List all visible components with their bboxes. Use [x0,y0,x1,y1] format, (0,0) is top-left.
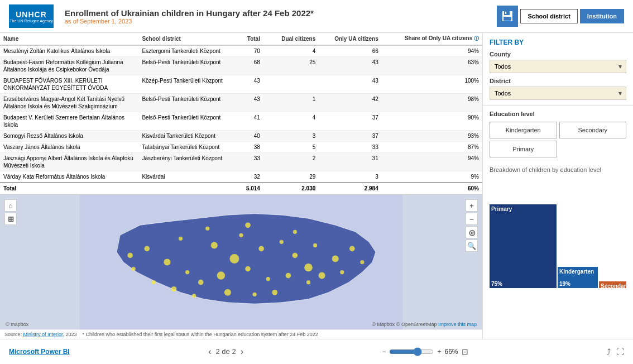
svg-point-8 [239,233,243,237]
share-button[interactable]: ⤴ [607,347,611,356]
svg-point-23 [319,272,325,279]
svg-point-32 [360,260,364,264]
svg-point-11 [292,253,298,258]
col-header-ua: Only UA citizens [319,33,381,45]
improve-map-link[interactable]: Improve this map [438,322,477,327]
fit-page-button[interactable]: ⊡ [462,347,468,356]
school-district-button[interactable]: School district [520,9,577,23]
svg-point-12 [313,243,317,247]
table-total-cell: 2.030 [263,183,319,194]
table-cell: 42 [319,94,381,112]
power-bi-link[interactable]: Microsoft Power BI [9,348,70,356]
county-select-wrapper: Todos [490,60,626,73]
svg-point-35 [245,222,251,228]
map-area: ⌂ ⊞ + − ◎ 🔍 [0,194,482,329]
svg-point-21 [286,273,291,279]
table-cell: Közép-Pesti Tankerületi Központ [138,75,228,94]
svg-point-25 [171,286,177,292]
zoom-percentage: 66% [444,348,458,356]
page-indicator: 2 de 2 [215,347,236,356]
table-cell: 93% [382,131,482,142]
col-header-name: Name [0,33,138,45]
next-page-button[interactable]: › [241,347,243,357]
table-cell: Jászberényi Tankerületi Központ [138,153,228,171]
table-cell: 37 [319,131,381,142]
table-row: BUDAPEST FŐVÁROS XIII. KERÜLETI ÖNKORMÁN… [0,75,482,94]
table-row: Meszlényi Zoltán Katolikus Általános Isk… [0,45,482,57]
map-zoom-out[interactable]: − [466,213,478,225]
data-table-area: Name School district Total Dual citizens… [0,33,482,194]
chart-bar-pct-kindergarten: 19% [558,280,598,288]
left-panel: Name School district Total Dual citizens… [0,33,482,339]
save-button[interactable] [497,6,518,27]
zoom-slider[interactable] [389,347,434,356]
title-area: Enrollment of Ukrainian children in Hung… [65,8,497,25]
svg-rect-1 [504,11,510,15]
pagination: ‹ 2 de 2 › [208,347,243,357]
svg-point-24 [152,280,156,284]
table-cell: 100% [382,75,482,94]
table-cell: 29 [263,171,319,183]
table-cell: 43 [319,57,381,75]
table-cell: Vaszary János Általános Iskola [0,142,138,153]
table-cell: Kisvárdai [138,171,228,183]
table-cell: 9% [382,171,482,183]
map-controls-right: + − ◎ 🔍 [466,199,478,252]
table-cell: 32 [229,171,263,183]
table-cell: 4 [263,45,319,57]
col-header-total: Total [229,33,263,45]
main-title: Enrollment of Ukrainian children in Hung… [65,8,497,18]
map-fullscreen[interactable]: ⊞ [4,213,17,225]
district-select[interactable]: Todos [490,87,626,100]
zoom-plus[interactable]: + [437,348,441,356]
svg-point-17 [198,280,204,285]
table-body: Meszlényi Zoltán Katolikus Általános Isk… [0,45,482,194]
table-row: Somogyi Rezső Általános IskolaKisvárdai … [0,131,482,142]
edu-btn-kindergarten[interactable]: Kindergarten [490,122,557,138]
svg-point-20 [266,277,270,281]
table-total-cell: 5.014 [229,183,263,194]
table-cell: Budapest-Fasori Református Kollégium Jul… [0,57,138,75]
table-cell: 90% [382,112,482,131]
svg-point-38 [230,254,239,264]
zoom-minus[interactable]: − [382,348,386,356]
table-cell: 87% [382,142,482,153]
svg-point-15 [164,258,170,265]
svg-point-29 [272,290,277,295]
chart-section: Breakdown of children by education level… [483,162,633,339]
map-gps[interactable]: ◎ [466,226,478,238]
fullscreen-button[interactable]: ⛶ [616,347,624,356]
chart-bar-label-primary: Primary [490,204,557,214]
svg-point-19 [245,266,251,272]
edu-btn-secondary[interactable]: Secondary [559,122,627,138]
table-cell: 2 [263,153,319,171]
svg-point-6 [179,237,183,241]
zoom-controls: − + 66% ⊡ [382,347,468,356]
prev-page-button[interactable]: ‹ [208,347,211,357]
table-cell: 43 [229,94,263,112]
institution-button[interactable]: Institution [580,9,624,23]
chart-bar-label-kindergarten: Kindergarten [558,267,598,276]
table-cell: Jászsági Apponyi Albert Általános Iskola… [0,153,138,171]
right-panel: FILTER BY County Todos District Todos Ed… [482,33,633,339]
table-cell: Belső-Pesti Tankerületi Központ [138,112,228,131]
table-cell: 98% [382,94,482,112]
source-link[interactable]: Ministry of Interior [23,332,63,337]
table-total-row: Total5.0142.0302.98460% [0,183,482,194]
map-search[interactable]: 🔍 [466,240,478,252]
hungary-map-svg [0,195,482,329]
buttons-area: School district Institution [497,6,624,27]
col-header-district: School district [138,33,228,45]
county-select[interactable]: Todos [490,60,626,73]
sub-title: as of September 1, 2023 [65,18,497,25]
bottom-icons: ⤴ ⛶ [607,347,624,356]
svg-point-14 [340,270,344,274]
map-zoom-in[interactable]: + [466,199,478,212]
map-zoom-home[interactable]: ⌂ [4,199,17,212]
district-label: District [490,78,626,84]
edu-btn-primary[interactable]: Primary [490,141,557,157]
unhcr-logo: UNHCR The UN Refugee Agency [9,4,54,28]
chart-bar-secondary: Secondary6% [599,281,626,288]
table-cell: Belső-Pesti Tankerületi Központ [138,94,228,112]
table-cell: 5 [263,142,319,153]
